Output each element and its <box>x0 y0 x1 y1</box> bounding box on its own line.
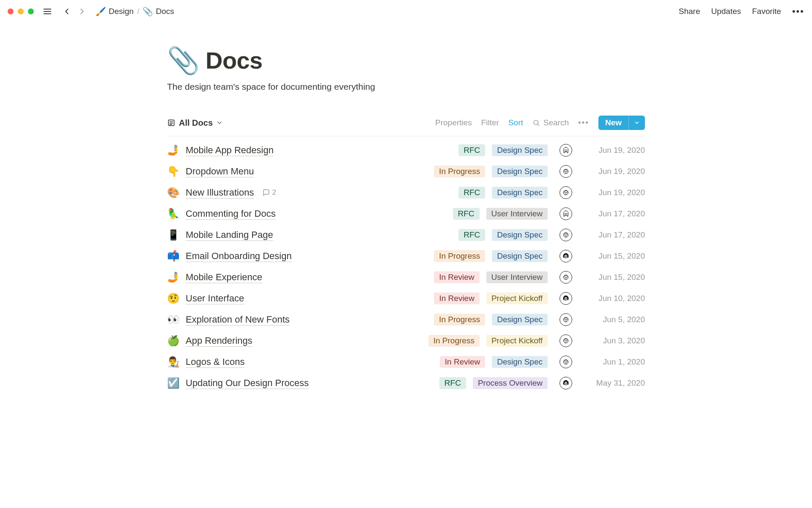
svg-point-32 <box>565 319 565 320</box>
search-button[interactable]: Search <box>532 118 569 127</box>
table-row[interactable]: 📫Email Onboarding DesignIn ProgressDesig… <box>167 246 645 267</box>
tag[interactable]: RFC <box>458 144 485 156</box>
table-row[interactable]: ☑️Updating Our Design ProcessRFCProcess … <box>167 373 645 394</box>
row-title[interactable]: New Illustrations <box>186 187 254 199</box>
avatar[interactable] <box>560 229 572 241</box>
window-minimize-button[interactable] <box>18 8 24 14</box>
properties-button[interactable]: Properties <box>435 118 472 127</box>
row-tags: In ReviewDesign Spec <box>440 356 548 368</box>
tag[interactable]: Process Overview <box>473 377 548 389</box>
list-icon <box>167 119 176 127</box>
tag[interactable]: Design Spec <box>492 144 548 156</box>
avatar[interactable] <box>560 207 572 220</box>
page-subtitle[interactable]: The design team's space for documenting … <box>167 82 645 92</box>
tag[interactable]: In Review <box>434 271 479 283</box>
nav-forward-button[interactable] <box>76 6 88 17</box>
avatar[interactable] <box>560 334 572 347</box>
comment-count[interactable]: 2 <box>262 188 276 197</box>
comment-count-value: 2 <box>272 188 276 197</box>
new-button-dropdown[interactable] <box>628 116 645 130</box>
tag[interactable]: Project Kickoff <box>486 335 548 347</box>
avatar[interactable] <box>560 313 572 326</box>
row-icon: 🍏 <box>167 335 180 347</box>
view-more-button[interactable]: ••• <box>578 118 589 127</box>
row-icon: 🦜 <box>167 208 180 220</box>
tag[interactable]: In Review <box>440 356 485 368</box>
tag[interactable]: Design Spec <box>492 356 548 368</box>
breadcrumb-item-design[interactable]: 🖌️ Design <box>96 6 134 17</box>
avatar[interactable] <box>560 165 572 178</box>
table-row[interactable]: 📱Mobile Landing PageRFCDesign SpecJun 17… <box>167 224 645 246</box>
tag[interactable]: User Interview <box>486 208 548 220</box>
tag[interactable]: RFC <box>458 229 485 241</box>
avatar[interactable] <box>560 250 572 262</box>
svg-point-9 <box>565 150 565 151</box>
tag[interactable]: In Progress <box>428 335 480 347</box>
avatar[interactable] <box>560 356 572 368</box>
row-tags: In ProgressProject Kickoff <box>428 335 548 347</box>
row-title[interactable]: Email Onboarding Design <box>186 250 292 262</box>
database-rows: 🤳Mobile App RedesignRFCDesign SpecJun 19… <box>167 140 645 394</box>
row-title[interactable]: User Interface <box>186 293 244 305</box>
avatar[interactable] <box>560 377 572 389</box>
table-row[interactable]: 👇Dropdown MenuIn ProgressDesign SpecJun … <box>167 161 645 182</box>
tag[interactable]: Design Spec <box>492 229 548 241</box>
table-row[interactable]: 👀Exploration of New FontsIn ProgressDesi… <box>167 309 645 330</box>
row-title[interactable]: Exploration of New Fonts <box>186 314 290 326</box>
row-icon: ☑️ <box>167 377 180 389</box>
row-title[interactable]: Dropdown Menu <box>186 166 254 178</box>
row-title[interactable]: Mobile Experience <box>186 271 262 284</box>
table-row[interactable]: 🦜Commenting for DocsRFCUser InterviewJun… <box>167 203 645 224</box>
tag[interactable]: RFC <box>453 208 480 220</box>
sidebar-toggle-button[interactable] <box>41 6 53 17</box>
row-icon: 🤳 <box>167 144 180 156</box>
table-row[interactable]: 🤳Mobile App RedesignRFCDesign SpecJun 19… <box>167 140 645 161</box>
row-date: Jun 19, 2020 <box>586 146 645 155</box>
row-title[interactable]: Mobile App Redesign <box>186 144 274 157</box>
window-close-button[interactable] <box>8 8 14 14</box>
tag[interactable]: In Review <box>434 293 479 304</box>
row-title[interactable]: App Renderings <box>186 335 252 347</box>
tag[interactable]: In Progress <box>434 314 485 326</box>
sort-button[interactable]: Sort <box>508 118 523 127</box>
tag[interactable]: In Progress <box>434 250 485 262</box>
page-title[interactable]: Docs <box>206 47 263 74</box>
tag[interactable]: User Interview <box>486 271 548 283</box>
avatar[interactable] <box>560 144 572 157</box>
row-title[interactable]: Mobile Landing Page <box>186 229 273 241</box>
tag[interactable]: In Progress <box>434 166 485 177</box>
row-date: Jun 1, 2020 <box>586 357 645 367</box>
table-row[interactable]: 👨‍🎨Logos & IconsIn ReviewDesign SpecJun … <box>167 351 645 373</box>
page-icon[interactable]: 📎 <box>167 45 200 76</box>
svg-point-18 <box>566 213 567 214</box>
breadcrumb-item-docs[interactable]: 📎 Docs <box>143 6 174 17</box>
share-button[interactable]: Share <box>679 7 700 16</box>
tag[interactable]: Design Spec <box>492 187 548 199</box>
row-title[interactable]: Updating Our Design Process <box>186 377 309 389</box>
nav-back-button[interactable] <box>61 6 73 17</box>
avatar[interactable] <box>560 271 572 284</box>
tag[interactable]: Design Spec <box>492 314 548 326</box>
table-row[interactable]: 🤨User InterfaceIn ReviewProject KickoffJ… <box>167 288 645 309</box>
tag[interactable]: RFC <box>458 187 485 199</box>
tag[interactable]: RFC <box>439 377 466 389</box>
tag[interactable]: Project Kickoff <box>486 293 548 304</box>
row-title[interactable]: Logos & Icons <box>186 356 244 368</box>
row-tags: In ReviewProject Kickoff <box>434 293 548 304</box>
more-menu-button[interactable]: ••• <box>792 6 804 17</box>
tag[interactable]: Design Spec <box>492 166 548 177</box>
svg-point-7 <box>534 120 538 125</box>
new-button[interactable]: New <box>598 116 645 130</box>
updates-button[interactable]: Updates <box>711 7 741 16</box>
filter-button[interactable]: Filter <box>481 118 499 127</box>
favorite-button[interactable]: Favorite <box>752 7 781 16</box>
avatar[interactable] <box>560 292 572 305</box>
avatar[interactable] <box>560 186 572 199</box>
table-row[interactable]: 🍏App RenderingsIn ProgressProject Kickof… <box>167 330 645 351</box>
view-switcher[interactable]: All Docs <box>167 118 223 128</box>
row-title[interactable]: Commenting for Docs <box>186 208 276 220</box>
table-row[interactable]: 🤳Mobile ExperienceIn ReviewUser Intervie… <box>167 267 645 288</box>
tag[interactable]: Design Spec <box>492 250 548 262</box>
table-row[interactable]: 🎨New Illustrations2RFCDesign SpecJun 19,… <box>167 182 645 203</box>
window-zoom-button[interactable] <box>28 8 34 14</box>
